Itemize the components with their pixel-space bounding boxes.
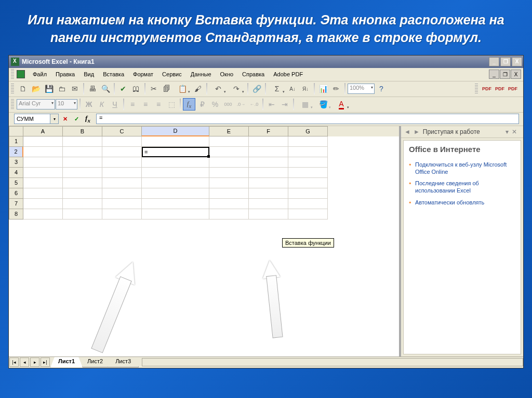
enter-button[interactable]: ✓ — [71, 114, 82, 124]
font-name-combo[interactable]: Arial Cyr — [17, 99, 55, 109]
cell[interactable] — [209, 199, 249, 209]
first-sheet-button[interactable]: |◂ — [9, 358, 19, 367]
cell[interactable] — [209, 188, 249, 199]
cell[interactable] — [23, 199, 63, 209]
decrease-indent-button[interactable]: ⇤ — [265, 98, 278, 111]
increase-indent-button[interactable]: ⇥ — [278, 98, 291, 111]
menu-format[interactable]: Формат — [129, 70, 157, 79]
sort-asc-button[interactable]: A↓ — [286, 83, 299, 95]
save-button[interactable]: 💾 — [43, 83, 55, 95]
sheet-tab-active[interactable]: Лист1 — [50, 357, 83, 367]
cell[interactable] — [209, 136, 249, 147]
print-button[interactable]: 🖶 — [86, 83, 99, 95]
research-button[interactable]: 🕮 — [130, 83, 142, 95]
menu-insert[interactable]: Вставка — [99, 70, 128, 79]
cell[interactable] — [288, 147, 328, 157]
cell[interactable] — [249, 188, 288, 199]
insert-function-button[interactable]: fx — [183, 98, 195, 111]
cell[interactable] — [288, 136, 328, 147]
menu-adobe-pdf[interactable]: Adobe PDF — [269, 70, 307, 79]
cell[interactable] — [142, 199, 209, 209]
percent-button[interactable]: % — [209, 98, 221, 111]
row-header[interactable]: 2 — [9, 147, 23, 157]
bold-button[interactable]: Ж — [83, 98, 95, 111]
pdf-review-button[interactable]: PDF — [507, 83, 519, 95]
cell[interactable] — [23, 168, 63, 178]
cell[interactable] — [249, 209, 288, 219]
cell[interactable] — [63, 136, 102, 147]
menu-view[interactable]: Вид — [79, 70, 98, 79]
cell[interactable] — [63, 188, 102, 199]
active-cell[interactable]: = — [142, 147, 209, 157]
sheet-tab[interactable]: Лист3 — [108, 357, 139, 367]
spreadsheet-grid[interactable]: ABCDEFG 12=345678 Вставка функции — [9, 126, 400, 356]
taskpane-link[interactable]: Подключиться к веб-узлу Microsoft Office… — [409, 159, 515, 178]
open-button[interactable]: 📂 — [30, 83, 42, 95]
cell[interactable] — [249, 157, 288, 168]
cell[interactable] — [23, 136, 63, 147]
next-sheet-button[interactable]: ▸ — [30, 358, 39, 367]
cell[interactable] — [63, 209, 102, 219]
cell[interactable] — [102, 188, 142, 199]
close-button[interactable]: X — [512, 57, 522, 66]
cell[interactable] — [102, 136, 142, 147]
font-color-button[interactable]: A▾ — [332, 98, 350, 111]
prev-sheet-button[interactable]: ◂ — [20, 358, 29, 367]
cell[interactable] — [23, 188, 63, 199]
row-header[interactable]: 6 — [9, 188, 23, 199]
cell[interactable] — [102, 199, 142, 209]
minimize-button[interactable]: _ — [489, 57, 499, 66]
column-header[interactable]: B — [63, 126, 102, 136]
align-center-button[interactable]: ≡ — [139, 98, 152, 111]
column-header[interactable]: F — [249, 126, 288, 136]
cell[interactable] — [209, 209, 249, 219]
taskpane-close-icon[interactable]: ✕ — [512, 128, 517, 135]
underline-button[interactable]: Ч — [109, 98, 121, 111]
cut-button[interactable]: ✂ — [148, 83, 160, 95]
formula-input[interactable]: = — [96, 114, 519, 124]
menu-window[interactable]: Окно — [216, 70, 238, 79]
fill-color-button[interactable]: 🪣▾ — [314, 98, 332, 111]
menu-data[interactable]: Данные — [187, 70, 216, 79]
copy-button[interactable]: 🗐 — [161, 83, 173, 95]
cell[interactable] — [63, 168, 102, 178]
cell[interactable] — [209, 168, 249, 178]
horizontal-scrollbar[interactable] — [142, 358, 523, 366]
row-header[interactable]: 5 — [9, 178, 23, 188]
cell[interactable] — [288, 178, 328, 188]
cell[interactable] — [209, 178, 249, 188]
help-button[interactable]: ? — [375, 83, 388, 95]
name-box-dropdown-icon[interactable]: ▾ — [50, 114, 58, 123]
spelling-button[interactable]: ✔ — [117, 83, 129, 95]
cell[interactable] — [142, 209, 209, 219]
cell[interactable] — [288, 168, 328, 178]
pdf-email-button[interactable]: PDF — [494, 83, 506, 95]
menu-edit[interactable]: Правка — [51, 70, 79, 79]
column-header[interactable]: G — [288, 126, 328, 136]
doc-minimize-button[interactable]: _ — [489, 70, 499, 79]
cell[interactable] — [249, 147, 288, 157]
row-header[interactable]: 7 — [9, 199, 23, 209]
sort-desc-button[interactable]: Я↓ — [299, 83, 312, 95]
row-header[interactable]: 3 — [9, 157, 23, 168]
cell[interactable] — [209, 147, 249, 157]
taskpane-link[interactable]: Автоматически обновлять — [409, 197, 515, 208]
currency-button[interactable]: ₽ — [196, 98, 208, 111]
cell[interactable] — [249, 136, 288, 147]
email-button[interactable]: ✉ — [69, 83, 81, 95]
new-button[interactable]: 🗋 — [17, 83, 29, 95]
menu-file[interactable]: Файл — [29, 70, 51, 79]
cell[interactable] — [23, 147, 63, 157]
font-size-combo[interactable]: 10 — [56, 99, 77, 109]
row-header[interactable]: 1 — [9, 136, 23, 147]
cell[interactable] — [23, 178, 63, 188]
zoom-combo[interactable]: 100% — [348, 84, 375, 94]
cell[interactable] — [142, 168, 209, 178]
cell[interactable] — [63, 178, 102, 188]
doc-restore-button[interactable]: ❐ — [500, 70, 510, 79]
drawing-button[interactable]: ✏ — [330, 83, 342, 95]
align-right-button[interactable]: ≡ — [152, 98, 165, 111]
decrease-decimal-button[interactable]: ←.0 — [248, 98, 260, 111]
taskpane-menu-icon[interactable]: ▾ — [506, 128, 509, 135]
paste-button[interactable]: 📋▾ — [174, 83, 191, 95]
